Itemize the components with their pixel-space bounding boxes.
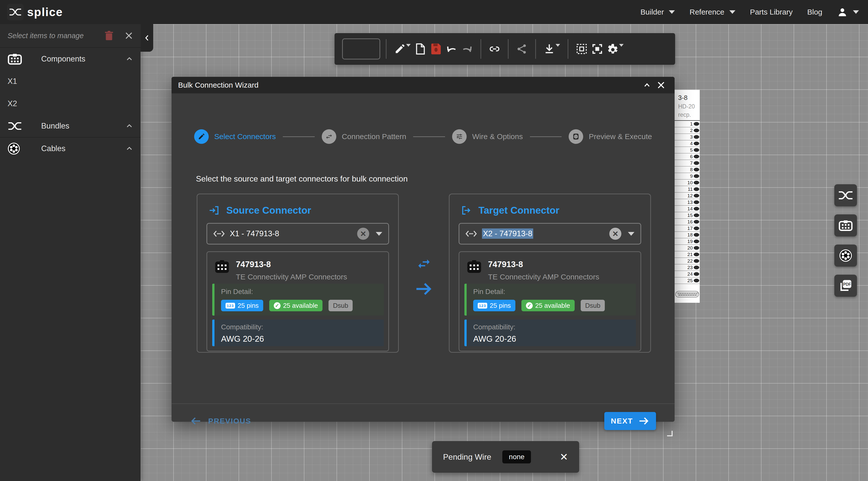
step-select-connectors[interactable]: Select Connectors xyxy=(194,129,276,144)
part-connector-icon xyxy=(214,260,230,274)
compatibility-value: AWG 20-26 xyxy=(473,334,636,344)
pencil-step-icon xyxy=(194,129,209,144)
nav-blog[interactable]: Blog xyxy=(807,8,822,16)
source-part-detail: 747913-8 TE Connectivity AMP Connectors … xyxy=(207,251,389,351)
connector-icon xyxy=(7,53,23,65)
sidebar-section-bundles[interactable]: Bundles xyxy=(0,115,141,137)
target-connector-select[interactable]: X2 - 747913-8 ✕ xyxy=(459,223,641,245)
previous-button[interactable]: PREVIOUS xyxy=(190,416,251,425)
close-icon xyxy=(657,81,665,89)
pin-contact-dot xyxy=(694,272,699,276)
step-preview-execute[interactable]: Preview & Execute xyxy=(569,129,652,144)
part-pin-row: 19 xyxy=(675,238,700,245)
undo-button[interactable] xyxy=(444,38,459,60)
add-cable-button[interactable] xyxy=(834,245,857,267)
part-pin-row: 13 xyxy=(675,199,700,205)
close-selection-icon[interactable] xyxy=(125,31,133,40)
trash-icon[interactable] xyxy=(104,31,114,41)
sidebar-section-cables[interactable]: Cables xyxy=(0,137,141,159)
target-part-detail: 747913-8 TE Connectivity AMP Connectors … xyxy=(459,251,641,351)
part-pin-row: 21 xyxy=(675,251,700,258)
part-pin-row: 2 xyxy=(675,127,700,134)
splice-icon xyxy=(839,191,853,200)
next-button[interactable]: NEXT xyxy=(604,412,656,430)
sidebar-item-x2[interactable]: X2 xyxy=(0,92,141,115)
download-dropdown-caret[interactable] xyxy=(556,47,560,51)
topbar: splice Builder Reference Parts Library B… xyxy=(0,0,868,24)
cable-cross-section-icon xyxy=(7,142,23,155)
part-pin-row: 12 xyxy=(675,193,700,199)
chevron-up-icon[interactable] xyxy=(126,145,133,152)
dialog-close-button[interactable] xyxy=(654,78,668,92)
sidebar-item-x1[interactable]: X1 xyxy=(0,70,141,92)
export-pdf-button[interactable]: PDF xyxy=(834,275,857,297)
download-button[interactable] xyxy=(541,38,557,60)
part-pin-row: 25 xyxy=(675,278,700,284)
save-button[interactable] xyxy=(428,38,444,60)
clear-source-button[interactable]: ✕ xyxy=(357,228,369,240)
sidebar-section-components[interactable]: Components xyxy=(0,48,141,70)
part-pin-row: 24 xyxy=(675,271,700,278)
pdf-icon: PDF xyxy=(839,279,852,292)
pin-detail-box: Pin Detail: 12325 pins ✓25 available Dsu… xyxy=(212,284,384,316)
pattern-step-icon xyxy=(322,129,336,144)
nav-parts-library[interactable]: Parts Library xyxy=(750,8,793,16)
clear-target-button[interactable]: ✕ xyxy=(609,228,621,240)
toast-close-icon[interactable]: ✕ xyxy=(560,452,568,462)
toolbar-divider xyxy=(535,39,536,59)
edit-dropdown-caret[interactable] xyxy=(406,47,411,51)
datasheet-header: 3-8 HD-20 recp. xyxy=(675,90,700,121)
nav-builder[interactable]: Builder xyxy=(641,8,675,16)
pending-wire-value: none xyxy=(502,450,531,463)
step-wire-options[interactable]: Wire & Options xyxy=(452,129,523,144)
add-splice-button[interactable] xyxy=(834,184,857,206)
dialog-collapse-button[interactable] xyxy=(640,78,654,92)
part-pin-row: 7 xyxy=(675,160,700,166)
fit-view-button[interactable] xyxy=(589,38,605,60)
pin-contact-dot xyxy=(694,122,699,126)
add-connector-button[interactable] xyxy=(834,214,857,236)
compatibility-label: Compatibility: xyxy=(221,323,384,331)
user-icon xyxy=(837,6,848,18)
new-file-button[interactable] xyxy=(413,38,428,60)
dialog-titlebar[interactable]: Bulk Connection Wizard xyxy=(172,77,675,93)
user-menu[interactable] xyxy=(837,6,859,18)
arrow-right-icon xyxy=(415,281,433,296)
numbers-icon: 123 xyxy=(478,303,487,309)
pin-contact-dot xyxy=(694,187,699,191)
part-pin-row: 5 xyxy=(675,147,700,153)
settings-dropdown-caret[interactable] xyxy=(619,47,624,51)
sidebar-collapse-button[interactable] xyxy=(141,24,153,52)
link-button[interactable] xyxy=(487,38,502,60)
pin-contact-dot xyxy=(694,214,699,217)
chevron-down-icon xyxy=(730,10,735,14)
pin-contact-dot xyxy=(694,200,699,204)
chevron-up-icon[interactable] xyxy=(126,122,133,130)
swap-direction-icon[interactable] xyxy=(416,256,432,271)
part-pin-row: 14 xyxy=(675,205,700,212)
diagram-name-input[interactable] xyxy=(342,38,380,60)
manufacturer: TE Connectivity AMP Connectors xyxy=(236,272,347,281)
select-region-button[interactable] xyxy=(574,38,589,60)
part-pin-row: 3 xyxy=(675,134,700,140)
source-connector-select[interactable]: X1 - 747913-8 ✕ xyxy=(207,223,389,245)
redo-button[interactable] xyxy=(459,38,475,60)
preview-step-icon xyxy=(569,129,583,144)
edit-pencil-button[interactable] xyxy=(392,38,408,60)
part-pin-row: 10 xyxy=(675,180,700,186)
settings-gear-button[interactable] xyxy=(605,38,621,60)
connector-datasheet-preview[interactable]: 3-8 HD-20 recp. 123456789101112131415161… xyxy=(675,90,700,303)
wire-side-label: wire side xyxy=(678,302,700,303)
clear-x-icon: ✕ xyxy=(360,229,366,238)
dialog-resize-handle[interactable] xyxy=(667,431,673,436)
part-pin-row: 4 xyxy=(675,140,700,147)
share-button[interactable] xyxy=(514,38,530,60)
app-logo[interactable]: splice xyxy=(0,4,63,20)
select-items-placeholder[interactable]: Select items to manage xyxy=(7,32,104,40)
available-badge: ✓25 available xyxy=(521,300,575,311)
step-connection-pattern[interactable]: Connection Pattern xyxy=(322,129,406,144)
part-pin-list: 1234567891011121314151617181920212223242… xyxy=(675,121,700,284)
step-connector-line xyxy=(530,136,562,137)
nav-reference[interactable]: Reference xyxy=(689,8,735,16)
chevron-up-icon[interactable] xyxy=(126,55,133,63)
